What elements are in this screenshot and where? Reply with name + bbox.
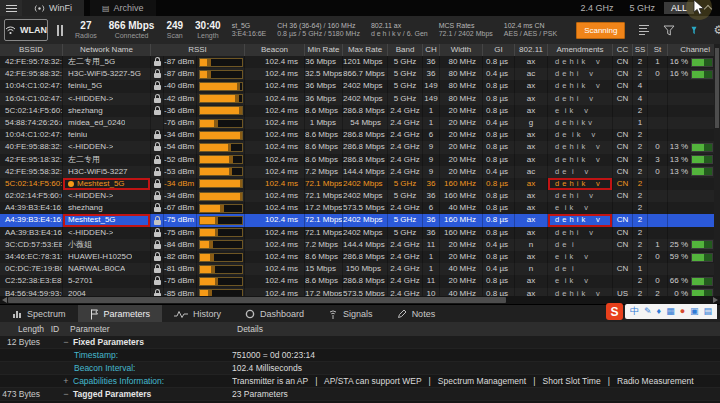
column-header-length[interactable]: Length (0, 324, 44, 334)
table-row[interactable]: 10:04:C1:02:47:F0feiniu-34 dBm102.4 ms8.… (0, 129, 717, 141)
column-header-band[interactable]: Band (388, 44, 423, 56)
table-row[interactable]: 42:FE:95:78:32:29左二专用_5G-87 dBm102.4 ms3… (0, 56, 717, 68)
table-row[interactable]: 34:46:EC:78:31:5CHUAWEI-H1025O-82 dBm102… (0, 251, 717, 263)
rssi-bar (199, 228, 243, 237)
parameter-label[interactable]: Capabilities Information: (73, 375, 164, 387)
table-row[interactable]: 54:88:74:26:26:A9midea_ed_0240-76 dBm102… (0, 117, 717, 129)
table-row[interactable]: 16:04:C1:02:47:F1<-HIDDEN->-42 dBm102.4 … (0, 93, 717, 105)
table-row[interactable]: AA:39:B3:E4:16:6E<-HIDDEN->-75 dBm102.4 … (0, 227, 717, 239)
hamburger-menu-icon[interactable] (0, 0, 22, 16)
table-row[interactable]: A4:39:B3:E4:16:6EMeshtest_5G-75 dBm102.4… (0, 214, 717, 226)
expander-icon[interactable]: − (62, 388, 70, 400)
filter-icon[interactable] (663, 25, 675, 36)
column-header-ch[interactable]: CH (423, 44, 440, 56)
parameter-label[interactable]: Timestamp: (74, 349, 118, 361)
chevron-up-icon[interactable] (704, 4, 712, 12)
connection-channel-block: CH 36 (36-64) / 160 MHz 0.8 µs / 5 GHz /… (277, 22, 360, 38)
column-header-network-name[interactable]: Network Name (63, 44, 151, 56)
gear-icon[interactable]: ⚙ (713, 24, 720, 36)
tab-history[interactable]: History (162, 305, 233, 323)
table-row[interactable]: B4:56:94:59:93:CA2004-85 dBm102.4 ms17.2… (0, 288, 717, 296)
column-header-parameter[interactable]: Parameter (62, 324, 232, 334)
table-row[interactable]: A4:39:B3:E4:16:6Fshezhang-67 dBm102.4 ms… (0, 202, 717, 214)
horizontal-scrollbar-thumb[interactable] (8, 297, 506, 303)
stations-cell (648, 214, 668, 226)
title-bar: WinFi ▤ Archive 2.4 GHz 5 GHz ALL (0, 0, 720, 16)
tab-parameters[interactable]: Parameters (78, 305, 163, 323)
column-header-min-rate[interactable]: Min Rate (305, 44, 343, 56)
details-row[interactable]: Beacon Interval:102.4 Milliseconds (0, 362, 720, 375)
table-row[interactable]: 5C:02:14:F5:60:6Cshezhang-36 dBm102.4 ms… (0, 105, 717, 117)
table-row[interactable]: 62:02:14:F5:60:68<-HIDDEN->-34 dBm102.4 … (0, 190, 717, 202)
column-header-802-11[interactable]: 802.11 (515, 44, 548, 56)
scroll-left-arrow[interactable] (2, 297, 7, 303)
tab-archive[interactable]: ▤ Archive (90, 0, 156, 16)
column-header-st[interactable]: St (648, 44, 668, 56)
ime-toolbox-icon[interactable]: ▣ (690, 307, 699, 316)
column-header-id[interactable]: ID (44, 324, 62, 334)
tab-notes[interactable]: Notes (385, 305, 448, 323)
rssi-bar-tail (237, 83, 241, 90)
ime-skin-icon[interactable]: ● (680, 307, 685, 316)
column-header-cc[interactable]: CC (613, 44, 633, 56)
ime-lang-icon[interactable]: 中 (630, 307, 639, 316)
ime-keyboard-icon[interactable]: ▦ (666, 307, 675, 316)
column-header-rssi[interactable]: RSSI (151, 44, 245, 56)
network-name-text: feiniu_5G (68, 80, 102, 92)
details-row[interactable]: 473 Bytes−Tagged Parameters23 Parameters (0, 388, 720, 401)
spatial-streams-cell: 4 (633, 80, 648, 92)
column-header-gi[interactable]: GI (483, 44, 515, 56)
ime-more-icon[interactable]: ▤ (704, 307, 713, 316)
column-header-channel[interactable]: Channel (668, 44, 717, 56)
expander-icon[interactable]: + (62, 375, 70, 387)
ime-mic-icon[interactable]: ♦ (657, 307, 662, 316)
vertical-scrollbar-thumb[interactable] (715, 48, 719, 128)
details-row[interactable]: +Capabilities Information:Transmitter is… (0, 375, 720, 388)
length-cell (0, 349, 44, 361)
column-header-amendments[interactable]: Amendments (548, 44, 613, 56)
band-tab-24ghz[interactable]: 2.4 GHz (573, 2, 620, 14)
pause-scan-icon[interactable] (57, 25, 63, 36)
table-row[interactable]: C2:52:38:E3:E8:A25-2701-75 dBm102.4 ms8.… (0, 275, 717, 287)
sogou-logo-icon[interactable]: S (606, 303, 623, 320)
bssid-cell: 42:FE:95:88:32:29 (0, 68, 63, 80)
column-header-ss[interactable]: SS (633, 44, 648, 56)
list-view-icon[interactable] (639, 25, 649, 35)
max-rate-cell: 2402 Mbps (343, 214, 388, 226)
width-cell: 80 MHz (440, 56, 483, 68)
column-header-details[interactable]: Details (232, 324, 720, 334)
filter-active-icon[interactable] (689, 25, 699, 36)
column-header-width[interactable]: Width (440, 44, 483, 56)
expander-icon[interactable]: − (62, 336, 70, 348)
table-row[interactable]: 42:FE:95:88:32:29H3C-WiFi5-3227-5G-87 dB… (0, 68, 717, 80)
column-header-max-rate[interactable]: Max Rate (343, 44, 388, 56)
spatial-streams-cell: 2 (633, 288, 648, 296)
tab-winfi[interactable]: WinFi (22, 0, 84, 16)
table-row[interactable]: 42:FE:95:58:32:29H3C-WiFi5-3227-53 dBm10… (0, 166, 717, 178)
gauge-rest (704, 59, 712, 66)
ime-pen-icon[interactable]: ✎ (644, 307, 652, 316)
vertical-scrollbar[interactable] (714, 44, 720, 296)
table-row[interactable]: 5C:02:14:F5:60:68Meshtest_5G-34 dBm102.4… (0, 178, 717, 190)
country-code-cell: CN (613, 239, 633, 251)
country-code-cell (613, 117, 633, 129)
details-row[interactable]: Timestamp:751000 = 0d 00:23:14 (0, 349, 720, 362)
band-tab-all[interactable]: ALL (664, 2, 694, 14)
tab-spectrum[interactable]: Spectrum (0, 305, 78, 323)
parameter-label[interactable]: Beacon Interval: (74, 362, 135, 374)
column-header-bssid[interactable]: BSSID (0, 44, 63, 56)
table-row[interactable]: 10:04:C1:02:47:F1feiniu_5G-40 dBm102.4 m… (0, 80, 717, 92)
spatial-streams-cell: 2 (633, 68, 648, 80)
wlan-adapter-button[interactable]: WLAN (4, 19, 48, 41)
table-row[interactable]: 0C:DC:7E:19:B0:C9NARWAL-B0CA-81 dBm102.4… (0, 263, 717, 275)
table-row[interactable]: 42:FE:95:18:32:29左二专用-52 dBm102.4 ms8.6 … (0, 154, 717, 166)
column-header-beacon[interactable]: Beacon (245, 44, 305, 56)
details-row[interactable]: 12 Bytes−Fixed Parameters (0, 336, 720, 349)
band-tab-5ghz[interactable]: 5 GHz (622, 2, 662, 14)
table-row[interactable]: 3C:CD:57:53:EE:1A小薇姐-84 dBm102.4 ms7.2 M… (0, 239, 717, 251)
tab-dashboard[interactable]: Dashboard (233, 305, 316, 323)
tab-signals[interactable]: Signals (316, 305, 385, 323)
standard-cell: ax (515, 56, 548, 68)
gi-cell: 0.8 µs (483, 214, 515, 226)
table-row[interactable]: 40:FE:95:88:32:29<-HIDDEN->-54 dBm102.4 … (0, 141, 717, 153)
